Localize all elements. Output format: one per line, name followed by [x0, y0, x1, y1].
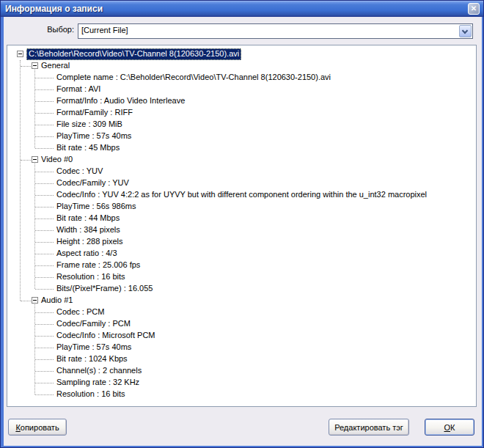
tree-connector	[20, 60, 21, 301]
tree-item-label: PlayTime : 57s 40ms	[56, 131, 131, 142]
tree-connector	[35, 89, 54, 90]
tree-connector	[21, 66, 31, 67]
tree-connector	[35, 219, 54, 219]
tree-item[interactable]: Complete name : C:\Beholder\Record\Video…	[7, 72, 476, 84]
collapse-icon[interactable]	[32, 297, 38, 304]
tree-item-label: Bit rate : 1024 Kbps	[56, 353, 128, 365]
selected-file-value: [Current File]	[81, 26, 128, 34]
dialog-content: Выбор: [Current File] C:\Beholder\Record…	[4, 17, 482, 446]
tree-item-label: General	[41, 60, 70, 72]
tree-item-label: PlayTime : 57s 40ms	[56, 342, 131, 353]
tree-item-label: Height : 288 pixels	[56, 236, 123, 248]
tree-connector	[35, 207, 54, 208]
tree-item[interactable]: Codec/Info : Microsoft PCM	[7, 330, 476, 342]
ok-button[interactable]: ОК	[425, 419, 474, 436]
tree-item-label: Codec/Family : YUV	[56, 177, 129, 189]
titlebar: Информация о записи ✕	[1, 1, 484, 17]
tree-connector	[35, 359, 54, 360]
tree-item-label: Codec/Info : YUV 4:2:2 as for UYVY but w…	[56, 189, 427, 201]
tree-item[interactable]: Bits/(Pixel*Frame) : 16.055	[7, 283, 476, 295]
tree-item[interactable]: Bit rate : 44 Mbps	[7, 213, 476, 224]
edit-tag-button[interactable]: Редактировать тэг	[329, 419, 409, 436]
copy-button-label: опировать	[21, 423, 59, 432]
tree-item[interactable]: Format/Info : Audio Video Interleave	[7, 95, 476, 107]
tree-item[interactable]: Codec/Family : PCM	[7, 318, 476, 330]
tree-item[interactable]: Bit rate : 1024 Kbps	[7, 353, 476, 365]
tree-item[interactable]: Aspect ratio : 4/3	[7, 248, 476, 260]
tree-item[interactable]: Codec : YUV	[7, 166, 476, 177]
tree-item-label: Format/Family : RIFF	[56, 107, 133, 119]
tree-item-label: Codec : PCM	[56, 306, 104, 318]
tree-item[interactable]: File size : 309 MiB	[7, 119, 476, 131]
record-info-dialog: Информация о записи ✕ Выбор: [Current Fi…	[0, 0, 484, 448]
tree-item[interactable]: Codec/Info : YUV 4:2:2 as for UYVY but w…	[7, 189, 476, 201]
tree-item[interactable]: Height : 288 pixels	[7, 236, 476, 248]
tree-item[interactable]: Channel(s) : 2 channels	[7, 365, 476, 377]
tree-item[interactable]: PlayTime : 57s 40ms	[7, 131, 476, 142]
dialog-title: Информация о записи	[1, 4, 103, 14]
tree-item-label: Complete name : C:\Beholder\Record\Video…	[56, 72, 331, 84]
tree-item[interactable]: Frame rate : 25.006 fps	[7, 260, 476, 271]
tree-item-label: Format : AVI	[56, 84, 100, 95]
tree-connector	[34, 70, 35, 148]
tree-item-label: Codec : YUV	[56, 166, 103, 177]
tree-item[interactable]: Codec/Family : YUV	[7, 177, 476, 189]
tree-connector	[35, 148, 54, 149]
tree-item[interactable]: Resolution : 16 bits	[7, 389, 476, 400]
close-icon[interactable]: ✕	[468, 3, 480, 15]
tree-connector	[35, 242, 54, 243]
tree-connector	[35, 125, 54, 125]
file-selector-combobox[interactable]: [Current File]	[78, 23, 473, 39]
collapse-icon[interactable]	[17, 51, 23, 57]
chevron-down-icon[interactable]	[459, 25, 472, 37]
tree-item[interactable]: Resolution : 16 bits	[7, 271, 476, 283]
tree-item-label: Bits/(Pixel*Frame) : 16.055	[56, 283, 153, 295]
tree-connector	[35, 348, 54, 348]
media-info-tree: C:\Beholder\Record\Video\TV-Channel 8(12…	[7, 45, 477, 407]
tree-connector	[35, 336, 54, 337]
tree-item-label: Codec/Family : PCM	[56, 318, 131, 330]
tree-section-item[interactable]: General	[7, 60, 476, 72]
tree-item-label: Frame rate : 25.006 fps	[56, 260, 140, 271]
tree-item-label: Bit rate : 45 Mbps	[56, 142, 120, 154]
tree-connector	[34, 304, 35, 394]
tree-connector	[35, 312, 54, 313]
tree-connector	[21, 160, 31, 161]
tree-connector	[35, 289, 54, 290]
tree-item[interactable]: PlayTime : 57s 40ms	[7, 342, 476, 353]
selector-label: Выбор:	[4, 25, 74, 34]
tree-item-label: Resolution : 16 bits	[56, 271, 125, 283]
tree-connector	[35, 324, 54, 325]
tree-connector	[35, 371, 54, 372]
tree-connector	[35, 383, 54, 383]
tree-connector	[35, 136, 54, 137]
tree-item[interactable]: PlayTime : 56s 986ms	[7, 201, 476, 213]
tree-connector	[35, 101, 54, 102]
tree-item[interactable]: Format : AVI	[7, 84, 476, 95]
tree-item[interactable]: Sampling rate : 32 KHz	[7, 377, 476, 389]
tree-connector	[35, 172, 54, 172]
copy-button[interactable]: Копировать	[8, 419, 67, 436]
tree-connector	[35, 394, 54, 395]
tree-connector	[35, 78, 54, 78]
ok-button-label: К	[450, 423, 455, 432]
tree-connector	[35, 277, 54, 278]
edit-tag-button-label: Редактировать тэг	[334, 423, 403, 432]
tree-item-label: Format/Info : Audio Video Interleave	[56, 95, 185, 107]
tree-item-label: Channel(s) : 2 channels	[56, 365, 142, 377]
tree-connector	[35, 113, 54, 114]
tree-item-label: PlayTime : 56s 986ms	[56, 201, 136, 213]
tree-item[interactable]: Codec : PCM	[7, 306, 476, 318]
tree-item[interactable]: Bit rate : 45 Mbps	[7, 142, 476, 154]
tree-section-item[interactable]: Video #0	[7, 154, 476, 166]
tree-root-item[interactable]: C:\Beholder\Record\Video\TV-Channel 8(12…	[7, 48, 476, 60]
tree-connector	[35, 183, 54, 184]
tree-item[interactable]: Width : 384 pixels	[7, 224, 476, 236]
collapse-icon[interactable]	[32, 62, 38, 69]
tree-item-label: File size : 309 MiB	[56, 119, 122, 131]
tree-item[interactable]: Format/Family : RIFF	[7, 107, 476, 119]
collapse-icon[interactable]	[32, 156, 38, 163]
tree-section-item[interactable]: Audio #1	[7, 295, 476, 306]
tree-connector	[21, 301, 31, 301]
tree-item-label: Bit rate : 44 Mbps	[56, 213, 120, 224]
